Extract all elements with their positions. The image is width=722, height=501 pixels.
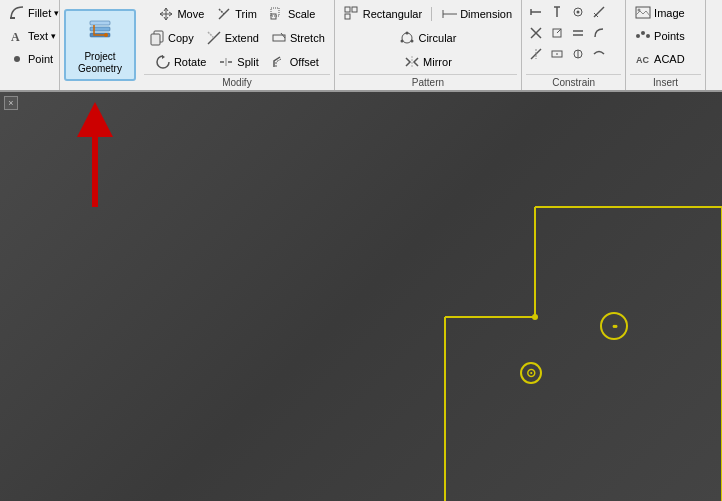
rectangular-button[interactable]: Rectangular xyxy=(339,3,427,25)
point-icon xyxy=(9,51,25,67)
constrain-btn-12[interactable] xyxy=(589,44,609,64)
svg-point-30 xyxy=(401,40,404,43)
offset-icon xyxy=(271,54,287,70)
copy-button[interactable]: Copy xyxy=(144,27,199,49)
split-icon xyxy=(218,54,234,70)
acad-button[interactable]: AC ACAD xyxy=(630,48,690,70)
constrain-btn-5[interactable] xyxy=(526,23,546,43)
rotate-button[interactable]: Rotate xyxy=(150,51,211,73)
offset-button[interactable]: Offset xyxy=(266,51,324,73)
svg-rect-21 xyxy=(345,7,350,12)
points-button[interactable]: Points xyxy=(630,25,690,47)
extend-button[interactable]: Extend xyxy=(201,27,264,49)
svg-rect-4 xyxy=(90,27,110,31)
stretch-button[interactable]: Stretch xyxy=(266,27,330,49)
rotate-icon xyxy=(155,54,171,70)
scale-icon xyxy=(269,6,285,22)
separator xyxy=(431,7,432,21)
mirror-button[interactable]: Mirror xyxy=(399,51,457,73)
extend-icon xyxy=(206,30,222,46)
svg-point-2 xyxy=(14,56,20,62)
toolbar: Fillet ▾ A Text ▾ Point xyxy=(0,0,722,92)
image-button[interactable]: Image xyxy=(630,2,690,24)
constrain-btn-9[interactable] xyxy=(526,44,546,64)
svg-point-53 xyxy=(641,31,645,35)
constrain-label: Constrain xyxy=(526,74,621,88)
trim-icon xyxy=(216,6,232,22)
mirror-icon xyxy=(404,54,420,70)
project-geometry-icon xyxy=(84,15,116,47)
constrain-btn-3[interactable] xyxy=(568,2,588,22)
svg-rect-10 xyxy=(271,8,279,16)
project-geometry-group: Project Geometry xyxy=(60,0,140,90)
group-constrain: Constrain xyxy=(522,0,626,90)
points-icon xyxy=(635,28,651,44)
fillet-icon xyxy=(9,5,25,21)
constrain-btn-2[interactable] xyxy=(547,2,567,22)
constrain-btn-10[interactable] xyxy=(547,44,567,64)
pattern-label: Pattern xyxy=(339,74,517,88)
fillet-button[interactable]: Fillet ▾ xyxy=(4,2,64,24)
svg-point-51 xyxy=(638,9,641,12)
svg-rect-9 xyxy=(271,14,276,19)
constraint-dot-dot: •• xyxy=(600,312,628,340)
svg-text:AC: AC xyxy=(636,55,649,65)
svg-line-41 xyxy=(557,29,561,33)
split-button[interactable]: Split xyxy=(213,51,263,73)
copy-icon xyxy=(149,30,165,46)
svg-point-37 xyxy=(577,11,580,14)
svg-point-29 xyxy=(411,40,414,43)
svg-point-28 xyxy=(406,32,409,35)
text-icon: A xyxy=(9,28,25,44)
constrain-btn-1[interactable] xyxy=(526,2,546,22)
geometry-svg xyxy=(0,92,722,501)
svg-rect-12 xyxy=(151,34,160,45)
svg-point-54 xyxy=(646,34,650,38)
modify-label: Modify xyxy=(144,74,330,88)
move-button[interactable]: Move xyxy=(153,3,209,25)
group-pattern: Rectangular Dimension Circular Mirror xyxy=(335,0,522,90)
group-insert: Image Points AC ACAD Insert xyxy=(626,0,706,90)
image-icon xyxy=(635,5,651,21)
svg-point-61 xyxy=(532,314,538,320)
svg-line-14 xyxy=(208,32,214,38)
constrain-btn-6[interactable] xyxy=(547,23,567,43)
svg-marker-17 xyxy=(162,55,165,59)
svg-rect-22 xyxy=(352,7,357,12)
dimension-button[interactable]: Dimension xyxy=(436,3,517,25)
svg-line-8 xyxy=(219,9,224,14)
scale-button[interactable]: Scale xyxy=(264,3,321,25)
insert-label: Insert xyxy=(630,74,701,88)
svg-rect-0 xyxy=(10,17,15,19)
svg-point-52 xyxy=(636,34,640,38)
constraint-dot: ⊙ xyxy=(520,362,542,384)
trim-button[interactable]: Trim xyxy=(211,3,262,25)
group-fillet: Fillet ▾ A Text ▾ Point xyxy=(0,0,60,90)
project-geometry-button[interactable]: Project Geometry xyxy=(64,9,136,81)
constrain-btn-7[interactable] xyxy=(568,23,588,43)
circular-icon xyxy=(399,30,415,46)
text-button[interactable]: A Text ▾ xyxy=(4,25,61,47)
group-modify: Move Trim Scale Copy Ex xyxy=(140,0,335,90)
rectangular-icon xyxy=(344,6,360,22)
dimension-icon xyxy=(441,6,457,22)
point-button[interactable]: Point xyxy=(4,48,58,70)
move-icon xyxy=(158,6,174,22)
svg-point-6 xyxy=(104,33,108,37)
svg-text:A: A xyxy=(11,30,20,44)
svg-rect-23 xyxy=(345,14,350,19)
canvas-area: × •• ⊙ xyxy=(0,92,722,501)
constrain-btn-11[interactable] xyxy=(568,44,588,64)
canvas-close-button[interactable]: × xyxy=(4,96,18,110)
acad-icon: AC xyxy=(635,51,651,67)
constrain-btn-4[interactable] xyxy=(589,2,609,22)
circular-button[interactable]: Circular xyxy=(394,27,461,49)
svg-rect-5 xyxy=(90,21,110,25)
stretch-icon xyxy=(271,30,287,46)
constrain-btn-8[interactable] xyxy=(589,23,609,43)
